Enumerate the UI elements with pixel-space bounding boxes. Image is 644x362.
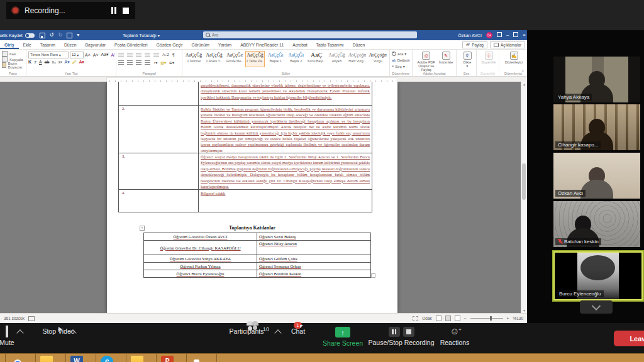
tab-tasarim[interactable]: Tasarım <box>36 40 60 49</box>
video-tile-batuhan[interactable]: Batuhan keskin <box>553 201 640 247</box>
style-normal[interactable]: AaÇçĞğ1 Normal <box>184 51 204 67</box>
strikethrough-button[interactable]: ab <box>45 60 50 64</box>
style-no-spacing[interactable]: AaÇçĞğ1 Aralık Y... <box>204 51 224 67</box>
text-effects-button[interactable]: A▾ <box>65 60 70 65</box>
zoom-out-icon[interactable]: − <box>464 316 467 321</box>
italic-button[interactable]: T <box>34 60 36 65</box>
participants-button[interactable]: 10 Participants <box>221 326 272 335</box>
row-number-cell[interactable]: 3. <box>119 153 199 189</box>
style-table-para[interactable]: AaÇçĞğ1 Table Pa... <box>245 51 265 67</box>
style-title[interactable]: AaÇKonu Başl... <box>307 51 326 67</box>
bullets-icon[interactable] <box>118 53 124 57</box>
editor-button[interactable]: ✍Düzenleyici <box>501 51 526 64</box>
taskbar-folder-icon[interactable] <box>131 356 143 362</box>
tab-gozden-gecir[interactable]: Gözden Geçir <box>152 40 187 49</box>
video-tile-burcu-active-speaker[interactable]: Burcu Eylenceoğlu <box>553 251 643 300</box>
change-case-button[interactable]: Aa▾ <box>101 52 109 57</box>
bold-button[interactable]: K <box>28 60 31 64</box>
line-spacing-icon[interactable]: ↕▾ <box>153 60 157 65</box>
stop-recording-icon[interactable] <box>403 327 414 337</box>
replace-button[interactable]: abDeğiştir <box>392 57 410 63</box>
restore-icon[interactable] <box>513 32 518 39</box>
share-screen-button[interactable]: ↑ Share Screen <box>316 326 369 347</box>
attendee-cell[interactable]: Öğrenci Semanur Orhan <box>257 263 370 270</box>
show-marks-icon[interactable]: ¶ <box>172 53 175 57</box>
borders-icon[interactable]: ⊞▾ <box>169 60 174 65</box>
tab-gorunum[interactable]: Görünüm <box>187 40 214 49</box>
autosave-toggle[interactable] <box>25 33 35 38</box>
style-subtle-emphasis[interactable]: AoÇçöğnHafif Vurg... <box>348 51 367 67</box>
qat-more-icon[interactable]: ▾ <box>77 33 79 38</box>
style-emphasis[interactable]: AoÇçöğnVurgu <box>368 51 387 67</box>
print-preview-icon[interactable] <box>67 33 72 38</box>
row-text-cell[interactable]: gerçekleştirilmesi, danışmanlık süreçler… <box>199 82 372 105</box>
ribbon-options-icon[interactable] <box>497 32 502 39</box>
video-tile-cihangir[interactable]: Cihangir kasapo... <box>553 104 640 150</box>
justify-icon[interactable] <box>145 60 150 65</box>
close-icon[interactable]: × <box>523 32 526 38</box>
taskbar-powerpoint-icon[interactable]: P <box>161 356 174 362</box>
pause-recording-icon[interactable] <box>111 7 116 14</box>
attendee-cell[interactable]: Öğrenci Nilay Arucan <box>257 241 370 255</box>
highlight-button[interactable]: 🖉 <box>72 60 77 64</box>
read-mode-icon[interactable] <box>436 315 441 321</box>
cut-button[interactable]: Kes <box>2 51 24 57</box>
underline-button[interactable]: A <box>39 60 42 64</box>
font-color-button[interactable]: A▾ <box>79 60 84 65</box>
tab-ekle[interactable]: Ekle <box>19 40 36 49</box>
comments-button[interactable]: Açıklamalar <box>490 41 525 48</box>
superscript-button[interactable]: x² <box>58 60 62 64</box>
attendee-cell[interactable]: Öğrenci Burcu Eylenceoğlu <box>144 270 257 277</box>
pause-recording-icon[interactable] <box>389 327 400 337</box>
zoom-slider[interactable] <box>470 318 503 319</box>
style-subtitle[interactable]: AaÇçĞğAltyazı <box>327 51 347 67</box>
collapse-videos-button[interactable] <box>580 300 613 314</box>
participants-options-chevron[interactable] <box>274 329 281 336</box>
save-icon[interactable] <box>40 33 45 38</box>
attendee-cell[interactable]: Öğrenci Gülfem Çalık <box>257 255 370 262</box>
row-text-cell[interactable]: Öğrenci sosyal medya hesaplarının takibi… <box>199 153 372 189</box>
subscript-button[interactable]: x₂ <box>52 60 55 64</box>
word-count[interactable]: 361 sözcük <box>4 316 25 321</box>
attendee-cell[interactable]: Öğretim Görevlisi Özkan AVCI <box>144 233 257 240</box>
style-heading2[interactable]: AaÇçĞıBaşlık 2 <box>286 51 306 67</box>
tab-duzen-tablo[interactable]: Düzen <box>348 40 370 49</box>
row-number-cell[interactable]: 2. <box>119 106 199 153</box>
find-button[interactable]: Ara ▾ <box>392 51 410 57</box>
select-button[interactable]: ⌖Seç ▾ <box>392 63 410 69</box>
table-resize-handle[interactable] <box>371 273 375 278</box>
proofing-icon[interactable] <box>28 316 35 321</box>
minimize-icon[interactable]: – <box>506 32 509 38</box>
web-layout-icon[interactable] <box>455 315 460 321</box>
attendee-cell[interactable]: Öğrenci Batuhan Keskin <box>257 270 370 277</box>
format-painter-button[interactable]: Biçim Boyacısı <box>2 62 24 68</box>
row-number-cell[interactable]: 4. <box>119 190 199 212</box>
style-heading1[interactable]: AaÇçĞıBaşlık 1 <box>266 51 286 67</box>
grow-font-button[interactable]: A˄ <box>85 53 91 57</box>
shrink-font-button[interactable]: A˅ <box>93 53 99 57</box>
print-layout-icon[interactable] <box>445 315 451 321</box>
tab-tablo-tasarimi[interactable]: Tablo Tasarımı <box>312 40 348 49</box>
row-text-cell[interactable]: Bölgesel odaklı <box>199 190 372 212</box>
attendee-cell[interactable]: Öğretim Görevlisi Yahya AKKAYA <box>144 255 257 262</box>
taskbar-explorer-icon[interactable] <box>40 356 53 362</box>
redo-icon[interactable]: ↻ <box>58 33 62 38</box>
video-tile-yahya[interactable]: Yahya Akkaya <box>553 57 640 102</box>
share-button[interactable]: 🗗Paylaş <box>462 41 487 48</box>
stop-recording-icon[interactable] <box>123 8 129 14</box>
reactions-button[interactable]: ☺+ Reactions <box>435 326 474 346</box>
tab-duzen[interactable]: Düzen <box>60 40 81 49</box>
pause-stop-recording-button[interactable]: Pause/Stop Recording <box>364 326 439 346</box>
undo-icon[interactable]: ↺ <box>50 33 54 38</box>
align-left-icon[interactable] <box>118 60 124 65</box>
focus-label[interactable]: Odak <box>422 316 432 321</box>
search-input[interactable] <box>203 31 417 38</box>
taskbar-word-icon[interactable]: W <box>70 356 83 362</box>
scroll-thumb[interactable] <box>522 163 526 200</box>
zoom-in-icon[interactable]: + <box>507 316 509 321</box>
tab-basvurular[interactable]: Başvurular <box>81 40 111 49</box>
style-body[interactable]: AaÇçĞeGövde Me... <box>225 51 245 67</box>
multilevel-list-icon[interactable] <box>136 53 142 57</box>
document-title[interactable]: Toplantı Tutanağı ▾ <box>123 33 160 38</box>
increase-indent-icon[interactable] <box>153 53 159 57</box>
